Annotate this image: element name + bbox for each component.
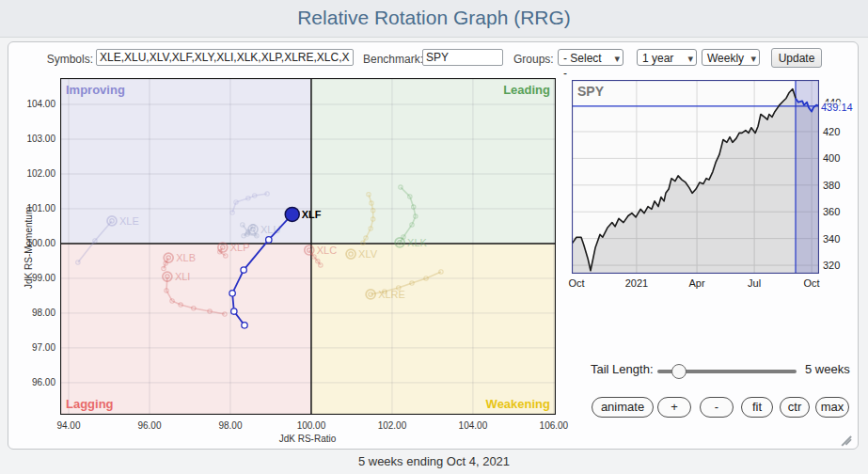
svg-text:Improving: Improving xyxy=(66,83,125,97)
svg-text:Lagging: Lagging xyxy=(66,397,114,411)
chevron-down-icon: ▾ xyxy=(687,51,693,66)
chevron-down-icon: ▾ xyxy=(750,51,756,66)
symbols-label: Symbols: xyxy=(35,52,93,67)
spy-x-tick-label: Oct xyxy=(561,277,592,289)
rrg-y-axis-title: JdK RS-Momentum xyxy=(24,207,34,289)
update-button[interactable]: Update xyxy=(771,48,822,68)
main-panel: Symbols: Benchmark: Groups: - Select - ▾… xyxy=(8,41,859,450)
page-title: Relative Rotation Graph (RRG) xyxy=(0,7,868,29)
rrg-x-tick-label: 98.00 xyxy=(210,420,251,431)
spy-y-tick-label: 340 xyxy=(823,233,840,245)
groups-label: Groups: xyxy=(513,52,554,67)
tail-length-value: 5 weeks xyxy=(805,362,850,376)
spy-plot[interactable]: SPY xyxy=(572,80,819,274)
rrg-y-tick-label: 97.00 xyxy=(18,342,55,353)
rrg-x-axis-title: JdK RS-Ratio xyxy=(270,434,345,444)
period-select-value: 1 year xyxy=(642,52,673,65)
frequency-select[interactable]: Weekly ▾ xyxy=(702,49,760,66)
benchmark-input[interactable] xyxy=(422,49,503,66)
rrg-y-tick-label: 98.00 xyxy=(18,308,55,318)
rrg-x-tick-label: 96.00 xyxy=(129,420,170,431)
tail-length-slider-knob[interactable] xyxy=(671,364,687,379)
svg-text:Weakening: Weakening xyxy=(486,397,550,411)
rrg-y-tick-label: 102.00 xyxy=(18,168,55,179)
footer-caption: 5 weeks ending Oct 4, 2021 xyxy=(0,454,868,468)
app-header: Relative Rotation Graph (RRG) xyxy=(0,0,868,38)
svg-text:XLP: XLP xyxy=(230,242,250,253)
spy-top-tick-label: 440 xyxy=(824,97,841,108)
groups-select-value: - Select - xyxy=(563,52,602,80)
svg-text:XLV: XLV xyxy=(358,248,378,260)
rrg-x-tick-label: 106.00 xyxy=(533,420,575,431)
benchmark-label: Benchmark: xyxy=(363,52,423,67)
svg-text:XLRE: XLRE xyxy=(378,289,405,300)
spy-y-tick-label: 360 xyxy=(823,206,840,217)
rrg-x-tick-label: 102.00 xyxy=(371,420,413,431)
rrg-y-tick-label: 104.00 xyxy=(18,99,55,109)
spy-x-tick-label: Oct xyxy=(797,277,827,289)
frequency-select-value: Weekly xyxy=(707,52,744,65)
svg-text:XLE: XLE xyxy=(119,215,139,227)
rrg-y-tick-label: 96.00 xyxy=(18,377,55,387)
zoom-out-button[interactable]: - xyxy=(700,397,734,418)
spy-y-tick-label: 420 xyxy=(823,126,840,137)
spy-x-tick-label: Jul xyxy=(739,277,769,289)
spy-x-tick-label: 2021 xyxy=(622,277,652,289)
tail-length-label: Tail Length: xyxy=(591,362,654,376)
resize-grip-icon[interactable] xyxy=(841,434,852,445)
groups-select[interactable]: - Select - ▾ xyxy=(558,49,623,66)
symbols-input[interactable] xyxy=(96,49,354,66)
max-button[interactable]: max xyxy=(815,397,849,418)
rrg-plot[interactable]: XLEXLUXLBXLIXLPXLCXLVXLREXLKXLFImproving… xyxy=(60,78,556,415)
rrg-x-tick-label: 104.00 xyxy=(452,420,494,431)
zoom-in-button[interactable]: + xyxy=(657,397,691,418)
fit-button[interactable]: fit xyxy=(741,397,773,418)
svg-text:XLI: XLI xyxy=(175,271,191,282)
svg-text:XLF: XLF xyxy=(302,209,322,220)
rrg-x-tick-label: 100.00 xyxy=(291,420,332,431)
spy-y-tick-label: 380 xyxy=(823,180,840,191)
chevron-down-icon: ▾ xyxy=(614,51,620,66)
svg-text:XLB: XLB xyxy=(176,252,196,263)
period-select[interactable]: 1 year ▾ xyxy=(637,49,697,66)
spy-y-tick-label: 400 xyxy=(823,152,840,164)
spy-y-tick-label: 320 xyxy=(823,260,840,271)
ctr-button[interactable]: ctr xyxy=(780,397,810,418)
svg-text:XLK: XLK xyxy=(407,237,427,248)
spy-x-tick-label: Apr xyxy=(682,277,712,289)
svg-text:SPY: SPY xyxy=(577,84,605,99)
animate-button[interactable]: animate xyxy=(592,397,654,418)
rrg-y-tick-label: 103.00 xyxy=(18,134,55,144)
spy-last-price-label: 439.14 xyxy=(821,102,853,113)
svg-text:XLC: XLC xyxy=(317,245,337,256)
svg-text:Leading: Leading xyxy=(503,83,550,97)
rrg-x-tick-label: 94.00 xyxy=(48,420,89,431)
